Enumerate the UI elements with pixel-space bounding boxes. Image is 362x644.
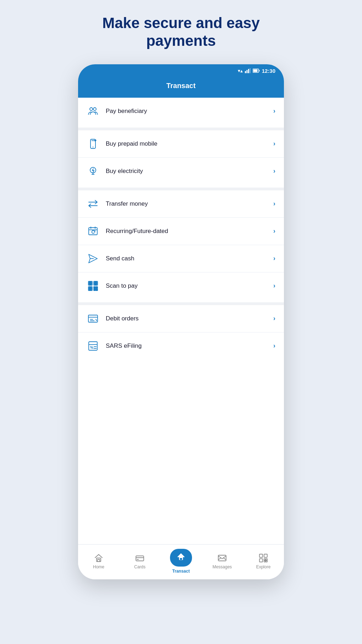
- cards-icon: [135, 553, 145, 563]
- transfer-money-icon: [87, 197, 99, 210]
- section-1: Pay beneficiary ›: [78, 98, 284, 125]
- debit-orders-icon: [87, 312, 99, 325]
- phone-frame: ▾▴ 12:30 Transact: [78, 64, 284, 579]
- debit-orders-label: Debit orders: [106, 315, 273, 322]
- svg-rect-2: [248, 69, 249, 73]
- transfer-money-item[interactable]: Transfer money ›: [78, 190, 284, 218]
- buy-prepaid-mobile-label: Buy prepaid mobile: [106, 140, 273, 147]
- nav-item-transact[interactable]: Transact: [167, 549, 195, 574]
- pay-beneficiary-chevron: ›: [273, 107, 275, 115]
- buy-prepaid-mobile-item[interactable]: Buy prepaid mobile ›: [78, 130, 284, 158]
- status-icons: ▾▴ 12:30: [238, 68, 275, 74]
- svg-rect-47: [259, 554, 263, 557]
- pay-beneficiary-icon: [87, 105, 99, 118]
- sars-efiling-chevron: ›: [273, 342, 275, 350]
- wifi-icon: ▾▴: [238, 68, 243, 74]
- svg-rect-51: [266, 559, 267, 560]
- scan-to-pay-item[interactable]: Scan to pay ›: [78, 272, 284, 299]
- svg-rect-28: [94, 287, 95, 288]
- scan-to-pay-label: Scan to pay: [106, 282, 273, 289]
- app-header-title: Transact: [166, 82, 196, 90]
- svg-rect-3: [249, 68, 251, 73]
- signal-icon: [245, 68, 251, 73]
- recurring-future-label: Recurring/Future-dated: [106, 228, 273, 235]
- pay-beneficiary-item[interactable]: Pay beneficiary ›: [78, 98, 284, 125]
- debit-orders-chevron: ›: [273, 315, 275, 322]
- bottom-spacer: [78, 362, 284, 369]
- svg-rect-43: [136, 556, 144, 561]
- svg-rect-25: [94, 282, 97, 285]
- svg-rect-49: [259, 559, 263, 562]
- buy-electricity-label: Buy electricity: [106, 168, 273, 175]
- sars-efiling-icon: %: [87, 340, 99, 352]
- svg-rect-23: [89, 282, 92, 285]
- svg-rect-27: [89, 287, 92, 290]
- recurring-future-chevron: ›: [273, 227, 275, 235]
- nav-messages-label: Messages: [213, 564, 232, 569]
- scan-to-pay-chevron: ›: [273, 282, 275, 289]
- send-cash-label: Send cash: [106, 255, 273, 262]
- svg-rect-16: [89, 228, 97, 235]
- nav-home-label: Home: [93, 564, 104, 569]
- debit-orders-item[interactable]: Debit orders ›: [78, 305, 284, 332]
- nav-cards-label: Cards: [134, 564, 146, 569]
- buy-electricity-chevron: ›: [273, 167, 275, 175]
- nav-explore-label: Explore: [256, 564, 271, 569]
- svg-point-7: [90, 108, 93, 110]
- battery-icon: [253, 69, 260, 73]
- app-header: Transact: [78, 76, 284, 98]
- svg-rect-31: [96, 289, 98, 291]
- svg-rect-53: [266, 561, 267, 562]
- nav-item-home[interactable]: Home: [84, 553, 113, 569]
- send-cash-chevron: ›: [273, 255, 275, 262]
- transfer-money-label: Transfer money: [106, 200, 273, 207]
- send-cash-icon: [87, 252, 99, 265]
- divider-3: [78, 302, 284, 305]
- content-area: Pay beneficiary › Buy prepaid: [78, 98, 284, 544]
- divider-1: [78, 128, 284, 130]
- svg-rect-46: [218, 555, 226, 561]
- pay-beneficiary-label: Pay beneficiary: [106, 108, 273, 115]
- section-4: Debit orders › % SARS eFiling ›: [78, 305, 284, 359]
- scan-to-pay-icon: [87, 280, 99, 292]
- section-3: Transfer money › Recurring/Future-dated …: [78, 190, 284, 299]
- bottom-nav: Home Cards Transact: [78, 544, 284, 579]
- buy-electricity-item[interactable]: Buy electricity ›: [78, 158, 284, 185]
- svg-rect-0: [245, 71, 246, 73]
- svg-rect-41: [97, 558, 101, 562]
- sars-efiling-label: SARS eFiling: [106, 342, 273, 350]
- explore-icon: [258, 553, 268, 563]
- svg-rect-5: [253, 70, 257, 72]
- recurring-future-item[interactable]: Recurring/Future-dated ›: [78, 218, 284, 245]
- svg-rect-6: [259, 70, 259, 71]
- svg-rect-50: [264, 559, 265, 560]
- nav-item-explore[interactable]: Explore: [249, 553, 278, 569]
- divider-2: [78, 188, 284, 190]
- section-2: Buy prepaid mobile › Buy electricity ›: [78, 130, 284, 185]
- buy-prepaid-mobile-icon: [87, 137, 99, 150]
- svg-rect-1: [246, 70, 247, 73]
- page-heading: Make secure and easy payments: [75, 14, 287, 50]
- sars-efiling-item[interactable]: % SARS eFiling ›: [78, 332, 284, 359]
- home-icon: [94, 553, 104, 563]
- svg-rect-32: [88, 315, 98, 322]
- buy-prepaid-mobile-chevron: ›: [273, 140, 275, 147]
- svg-rect-42: [98, 559, 100, 562]
- send-cash-item[interactable]: Send cash ›: [78, 245, 284, 272]
- transfer-money-chevron: ›: [273, 200, 275, 207]
- nav-item-messages[interactable]: Messages: [208, 553, 236, 569]
- svg-rect-48: [264, 554, 267, 557]
- svg-text:%: %: [90, 346, 93, 350]
- buy-electricity-icon: [87, 165, 99, 178]
- messages-icon: [217, 553, 227, 563]
- svg-rect-29: [96, 287, 98, 288]
- svg-point-8: [93, 108, 96, 110]
- nav-item-cards[interactable]: Cards: [126, 553, 154, 569]
- status-time: 12:30: [262, 68, 275, 74]
- svg-rect-52: [264, 561, 265, 562]
- svg-rect-30: [94, 289, 95, 291]
- nav-transact-label: Transact: [172, 569, 190, 574]
- recurring-icon: [87, 225, 99, 238]
- status-bar: ▾▴ 12:30: [78, 64, 284, 76]
